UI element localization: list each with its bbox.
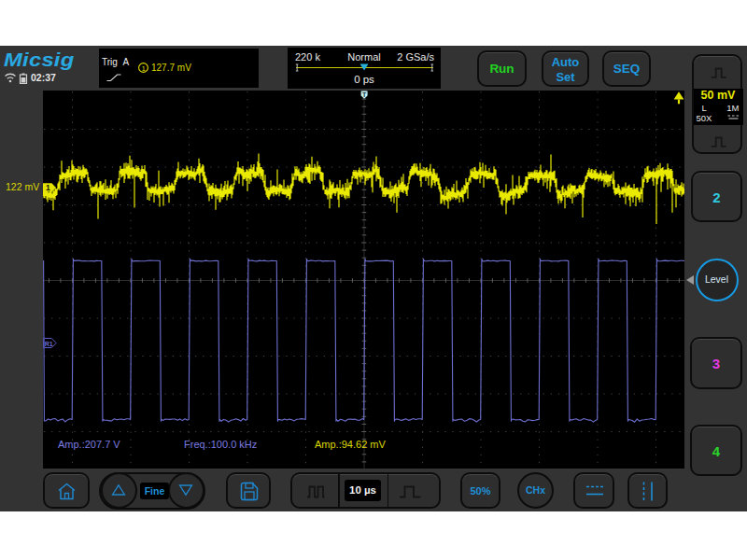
svg-text:T: T — [362, 91, 367, 98]
svg-text:R1: R1 — [45, 340, 53, 346]
svg-text:1: 1 — [46, 183, 50, 192]
svg-text:1: 1 — [141, 64, 146, 73]
